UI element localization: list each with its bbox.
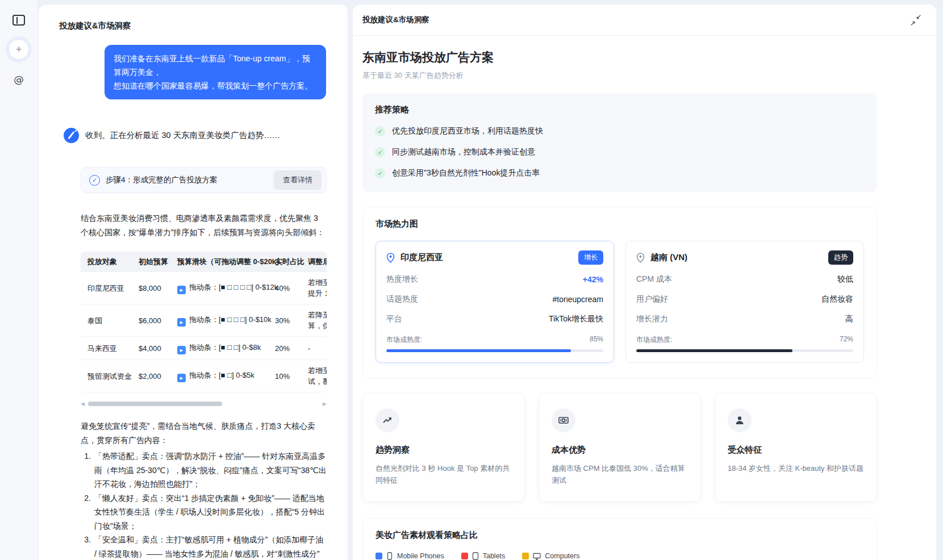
heatmap-title: 市场热力图 [375,219,864,229]
assistant-message-row: ✦ 收到。正在分析最近 30 天东南亚美妆类广告趋势…… [64,128,326,143]
insight-card-grid: 趋势洞察 自然光剂对比 3 秒 Hook 是 Top 素材的共同特征 成本优势 … [362,393,877,502]
scrollbar-track[interactable] [88,402,319,406]
table-row: 印度尼西亚 $8,000 ▶拖动条：[■ □ □ □ □] 0-$12k 40%… [81,272,327,304]
table-row: 马来西亚 $4,000 ▶拖动条：[■ □ □] 0-$8k 20% - [81,337,327,360]
play-icon: ▶ [177,286,186,294]
cell-target: 印度尼西亚 [81,272,132,304]
cell-slider[interactable]: ▶拖动条：[■ □ □] 0-$8k [170,337,268,360]
cell-target: 马来西亚 [81,337,132,360]
slider-text: 拖动条：[■ □] 0-$5k [189,371,254,379]
cell-note: 若增至试，覆 [301,360,327,392]
metric-value: 高 [845,314,853,324]
metric-value: 自然妆容 [821,294,853,304]
insight-desc: 18-34 岁女性，关注 K-beauty 和护肤话题 [728,462,864,474]
maturity-progressbar [636,349,853,352]
maturity-progressbar [386,349,603,352]
collapse-icon[interactable]: ↙↗ [910,14,921,26]
chat-title: 投放建议&市场洞察 [59,20,326,31]
slider-text: 拖动条：[■ □ □ □] 0-$10k [189,315,272,324]
insight-desc: 越南市场 CPM 比泰国低 30%，适合精算测试 [552,462,688,486]
audience-person-icon [734,415,745,426]
country-card-indonesia[interactable]: 印度尼西亚 增长 热度增长+42% 话题热度#toneupcream 平台Tik… [375,241,614,363]
insight-title: 趋势洞察 [375,445,512,455]
strategy-item: ✓ 同步测试越南市场，控制成本并验证创意 [375,147,865,157]
user-message-line2: 想知道在哪个国家最容易爆，帮我策划一整个广告方案。 [114,81,312,90]
strategy-item: ✓ 创意采用"3秒自然光剂性"Hook提升点击率 [375,168,865,178]
country-name: 越南 (VN) [650,252,687,263]
strategy-card: 推荐策略 ✓ 优先投放印度尼西亚市场，利用话题热度快 ✓ 同步测试越南市场，控制… [362,93,877,192]
cell-slider[interactable]: ▶拖动条：[■ □] 0-$5k [170,360,268,392]
check-icon: ✓ [375,168,385,178]
legend-item-computer[interactable]: Computers [522,552,579,560]
legend-item-mobile[interactable]: Mobile Phones [375,552,444,560]
cell-budget: $8,000 [132,272,170,304]
legend-swatch [522,553,529,559]
insight-title: 受众特征 [728,445,864,455]
view-details-button[interactable]: 查看详情 [274,170,322,190]
sidebar-toggle-icon[interactable] [12,15,25,26]
table-horizontal-scrollbar: ◀ ▶ [81,401,327,407]
col-header-budget: 初始预算 [132,252,170,272]
play-icon: ▶ [177,318,186,327]
table-row: 泰国 $6,000 ▶拖动条：[■ □ □ □] 0-$10k 30% 若降至算… [81,304,327,337]
check-icon: ✓ [375,126,385,136]
step-progress-card[interactable]: ✓ 步骤4：形成完整的广告投放方案 查看详情 [81,167,327,193]
report-header-title: 投放建议&市场洞察 [362,15,429,25]
metric-value: #toneupcream [552,295,603,304]
chart-legend: Mobile Phones Tablets Computers [375,552,864,560]
strategy-item: ✓ 优先投放印度尼西亚市场，利用话题热度快 [375,126,865,136]
cell-share: 10% [268,360,301,392]
trend-up-icon [382,415,393,426]
cell-share: 20% [268,337,301,360]
mention-search-icon[interactable]: @ [14,73,24,85]
insight-card-audience: 受众特征 18-34 岁女性，关注 K-beauty 和护肤话题 [715,393,877,502]
report-header: 投放建议&市场洞察 ↙↗ [353,5,936,36]
list-item: 2. 「懒人友好」卖点：突出“1 步搞定伪素颜 + 免卸妆”—— 适配当地女性快… [81,491,327,533]
location-pin-icon [386,253,395,263]
legend-swatch [461,553,468,559]
slider-text: 拖动条：[■ □ □ □ □] 0-$12k [189,283,278,291]
budget-table: 投放对象 初始预算 预算滑块（可拖动调整 0-$20k） 实时占比 调整后 印度… [81,252,327,392]
legend-item-tablet[interactable]: Tablets [461,552,506,560]
user-message-bubble: 我们准备在东南亚上线一款新品「Tone-up cream」，预算两万美金， 想知… [105,45,326,99]
col-header-adjusted: 调整后 [301,252,327,272]
scrollbar-thumb[interactable] [88,402,222,406]
cell-slider[interactable]: ▶拖动条：[■ □ □ □ □] 0-$12k [170,272,268,304]
report-title: 东南亚市场投放广告方案 [362,49,936,65]
step-check-icon: ✓ [89,175,100,186]
analysis-paragraph-2: 避免笼统宣传“提亮”，需结合当地气候、肤质痛点，打造3 大核心卖点，贯穿所有广告… [81,419,327,447]
cell-note: 若增至提升 1 [301,272,327,304]
star-icon: ✦ [74,129,77,133]
cell-target: 预留测试资金 [81,360,132,392]
table-row: 预留测试资金 $2,000 ▶拖动条：[■ □] 0-$5k 10% 若增至试，… [81,360,327,392]
insight-title: 成本优势 [552,445,688,455]
selling-points-list: 1. 「热带适配」卖点：强调“防水防汗 + 控油”—— 针对东南亚高温多雨（年均… [81,449,327,560]
maturity-percent: 72% [840,335,853,345]
metric-value: +42% [583,275,603,284]
country-card-vietnam[interactable]: 越南 (VN) 趋势 CPM 成本较低 用户偏好自然妆容 增长潜力高 市场成熟度… [625,241,864,363]
maturity-progress-fill [636,349,792,352]
cell-note: - [301,337,327,360]
computer-icon [533,553,541,560]
chart-title: 美妆广告素材观看策略占比 [375,530,864,541]
maturity-progress-fill [386,349,571,352]
chat-panel: 投放建议&市场洞察 我们准备在东南亚上线一款新品「Tone-up cream」，… [39,5,348,560]
assistant-avatar: ✦ [64,128,79,143]
location-pin-icon [636,253,645,263]
phone-icon [386,552,393,560]
list-item: 3. 「安全温和」卖点：主打“敏感肌可用 + 植物成分”（如添加椰子油 / 绿茶… [81,533,327,560]
check-icon: ✓ [375,147,385,157]
slider-text: 拖动条：[■ □ □] 0-$8k [189,343,261,352]
report-panel: 投放建议&市场洞察 ↙↗ 东南亚市场投放广告方案 基于最近 30 天某广告趋势分… [353,5,936,560]
status-badge: 增长 [578,250,603,265]
country-card-grid: 印度尼西亚 增长 热度增长+42% 话题热度#toneupcream 平台Tik… [375,241,864,363]
scroll-left-icon[interactable]: ◀ [81,401,85,407]
cell-budget: $6,000 [132,304,170,337]
cell-budget: $4,000 [132,337,170,360]
cell-slider[interactable]: ▶拖动条：[■ □ □ □] 0-$10k [170,304,268,337]
report-body: 东南亚市场投放广告方案 基于最近 30 天某广告趋势分析 推荐策略 ✓ 优先投放… [353,36,936,560]
new-chat-button[interactable]: + [9,39,29,60]
col-header-slider: 预算滑块（可拖动调整 0-$20k） [170,252,268,272]
scroll-right-icon[interactable]: ▶ [323,401,327,407]
assistant-intro-text: 收到。正在分析最近 30 天东南亚美妆类广告趋势…… [85,130,280,141]
